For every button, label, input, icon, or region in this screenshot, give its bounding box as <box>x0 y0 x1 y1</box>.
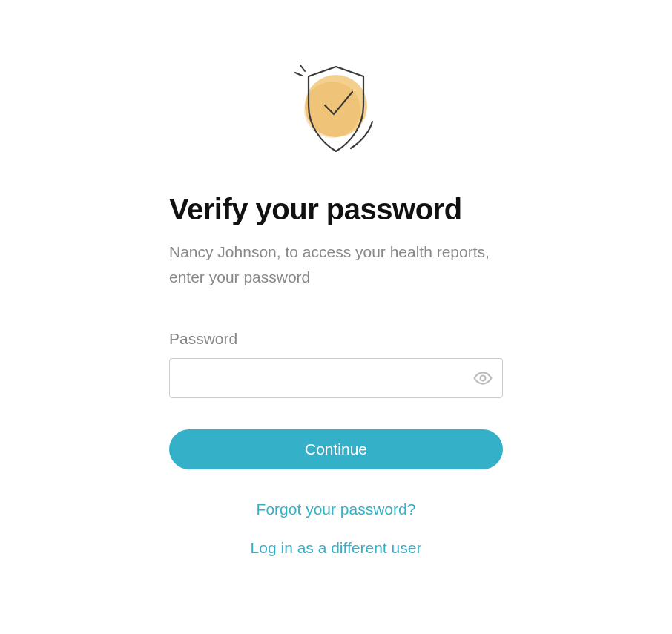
svg-point-4 <box>481 376 486 381</box>
shield-check-illustration <box>280 52 392 163</box>
svg-point-1 <box>304 82 360 138</box>
continue-button[interactable]: Continue <box>169 429 503 469</box>
verify-password-panel: Verify your password Nancy Johnson, to a… <box>169 52 503 634</box>
forgot-password-link[interactable]: Forgot your password? <box>257 501 416 518</box>
svg-line-3 <box>295 73 302 76</box>
svg-line-2 <box>300 65 305 71</box>
different-user-link[interactable]: Log in as a different user <box>251 539 422 557</box>
password-input-wrapper <box>169 358 503 398</box>
password-input[interactable] <box>169 358 503 398</box>
page-subtitle: Nancy Johnson, to access your health rep… <box>169 240 503 289</box>
eye-icon[interactable] <box>473 369 493 388</box>
password-label: Password <box>169 330 503 348</box>
page-title: Verify your password <box>169 193 503 226</box>
